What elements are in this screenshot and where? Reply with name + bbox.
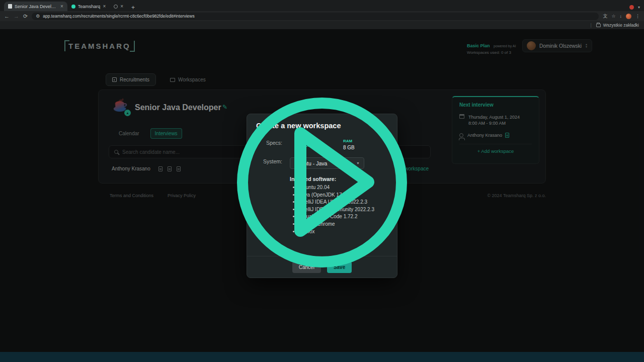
video-play-overlay[interactable] [0,29,644,352]
translate-icon[interactable]: 文 [603,13,607,20]
tab-close-icon[interactable]: × [60,4,63,9]
record-indicator-icon[interactable] [629,5,634,10]
bookmark-star-icon[interactable]: ☆ [611,14,615,19]
tab-favicon [114,5,118,9]
back-button[interactable]: ← [4,13,10,19]
divider: | [590,23,591,28]
url-bar[interactable]: ⚙ app.teamsharq.com/recruitments/single/… [32,13,599,20]
page-viewport: TEAMSHARQ Basic Plan powered by AI Works… [0,29,644,352]
url-text: app.teamsharq.com/recruitments/single/rc… [43,14,194,19]
bookmarks-bar: | Wszystkie zakładki [0,21,644,29]
screen: Senior Java Developer | Teamsharq × Team… [0,0,644,362]
profile-avatar-icon[interactable] [626,14,631,19]
site-settings-icon[interactable]: ⚙ [36,14,40,19]
new-tab-button[interactable]: + [131,4,135,11]
tab-teamsharq[interactable]: Teamsharq × [67,2,110,11]
bottom-strip [0,352,644,362]
tab-title: Senior Java Developer | Teamsharq [15,4,58,9]
teamsharq-favicon [71,5,75,9]
browser-toolbar: ← → ⟳ ⚙ app.teamsharq.com/recruitments/s… [0,11,644,21]
forward-button[interactable]: → [14,13,19,19]
play-circle-icon [243,103,401,262]
tab-senior-java-developer[interactable]: Senior Java Developer | Teamsharq × [4,2,67,11]
reload-button[interactable]: ⟳ [23,13,28,20]
tab-close-icon[interactable]: × [120,4,123,9]
tab-close-icon[interactable]: × [103,4,106,9]
download-icon[interactable]: ↓ [620,14,622,19]
menu-kebab-icon[interactable]: ⋮ [635,14,640,19]
page-favicon [8,4,12,9]
folder-icon [596,24,601,27]
tab-title: Teamsharq [78,4,101,9]
tab-misc[interactable]: × [110,2,127,11]
play-triangle-icon [300,133,368,231]
all-bookmarks-button[interactable]: Wszystkie zakładki [603,23,639,28]
browser-tabstrip: Senior Java Developer | Teamsharq × Team… [0,0,644,11]
chevron-down-icon[interactable]: ▾ [638,5,640,10]
